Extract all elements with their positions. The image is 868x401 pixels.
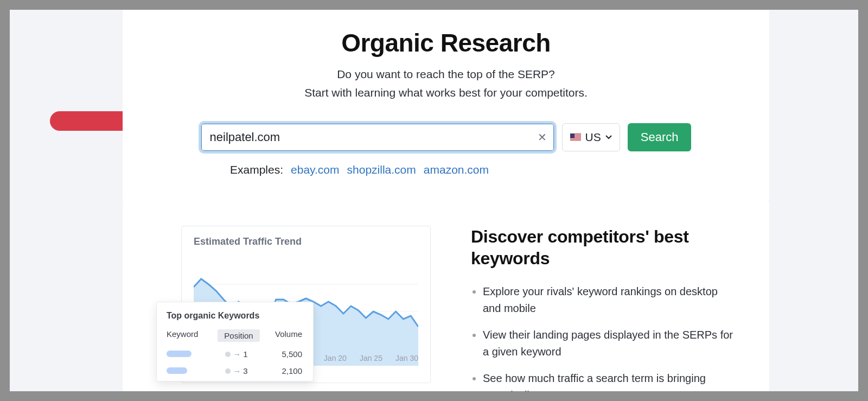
dot-icon [225,368,231,374]
keyword-bar-icon [167,351,192,357]
app-frame: Organic Research Do you want to reach th… [10,10,858,391]
page-subtitle: Do you want to reach the top of the SERP… [144,65,748,101]
kw-volume: 5,500 [258,349,303,359]
feature-illustration: Estimated Traffic Trend Jan 20 Jan 25 Ja… [156,226,438,391]
subtitle-line-2: Start with learning what works best for … [144,84,748,102]
kw-volume: 2,100 [258,366,303,375]
domain-input-wrap: ✕ [201,123,554,151]
kw-col-position: Position [218,329,260,342]
kw-position: 3 [243,366,247,375]
feature-bullet: See how much traffic a search term is br… [483,370,736,391]
x-tick: Jan 25 [360,354,382,362]
chart-x-axis: Jan 20 Jan 25 Jan 30 [324,354,418,362]
country-code: US [585,131,601,144]
x-tick: Jan 20 [324,354,347,362]
kw-col-volume: Volume [262,329,303,342]
search-button[interactable]: Search [628,123,692,151]
example-link-2[interactable]: shopzilla.com [347,163,416,176]
feature-bullets: Explore your rivals' keyword rankings on… [471,283,736,391]
kw-table-head: Keyword Position Volume [167,329,303,342]
top-keywords-card: Top organic Keywords Keyword Position Vo… [156,302,314,381]
domain-input[interactable] [201,123,554,151]
clear-input-button[interactable]: ✕ [537,132,548,143]
keyword-bar-icon [167,367,187,374]
feature-bullet: Explore your rivals' keyword rankings on… [483,283,736,317]
arrow-right-icon: → [233,349,241,359]
kw-row: →3 2,100 [167,366,303,375]
kw-col-keyword: Keyword [167,329,215,342]
subtitle-line-1: Do you want to reach the top of the SERP… [144,65,748,84]
country-select[interactable]: US [562,123,620,151]
hero-card: Organic Research Do you want to reach th… [123,10,769,202]
kw-position: 1 [243,349,247,359]
kw-row: →1 5,500 [167,349,303,359]
feature-text: Discover competitors' best keywords Expl… [471,226,736,391]
feature-title: Discover competitors' best keywords [471,226,736,269]
feature-bullet: View their landing pages displayed in th… [483,327,736,360]
examples-label: Examples: [230,163,283,176]
example-link-1[interactable]: ebay.com [291,163,340,176]
dot-icon [225,352,231,357]
page-title: Organic Research [144,28,748,58]
close-icon: ✕ [538,131,547,143]
top-keywords-title: Top organic Keywords [167,311,303,321]
arrow-right-icon: → [233,366,241,375]
examples-row: Examples: ebay.com shopzilla.com amazon.… [230,163,748,176]
search-row: ✕ US Search [144,123,748,151]
feature-card: Estimated Traffic Trend Jan 20 Jan 25 Ja… [123,200,769,391]
x-tick: Jan 30 [395,354,418,362]
flag-us-icon [570,133,581,141]
example-link-3[interactable]: amazon.com [424,163,489,176]
traffic-trend-title: Estimated Traffic Trend [194,236,418,247]
chevron-down-icon [605,135,612,139]
